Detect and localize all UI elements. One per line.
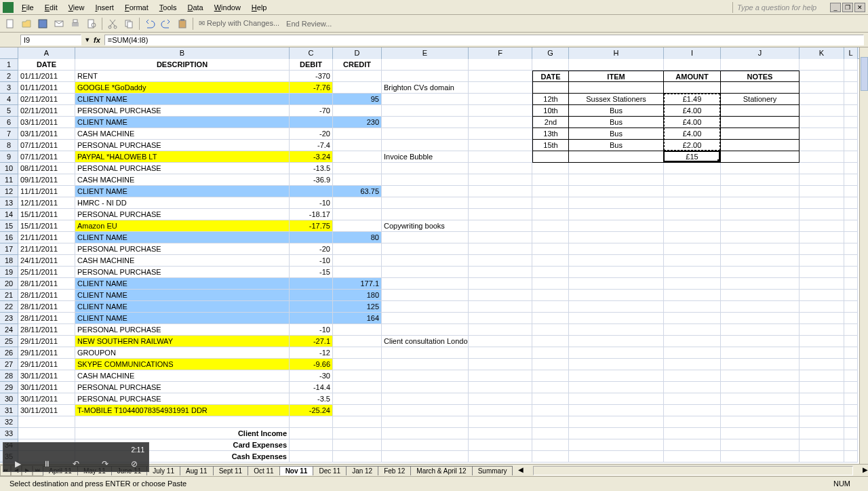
cell[interactable]: CLIENT NAME xyxy=(75,313,290,324)
cell[interactable]: 12th xyxy=(532,94,569,105)
cell[interactable] xyxy=(664,313,721,324)
cell[interactable] xyxy=(800,290,844,301)
cell[interactable] xyxy=(800,186,844,197)
cell[interactable] xyxy=(721,301,800,313)
cell[interactable] xyxy=(382,370,469,382)
cell[interactable]: -3.5 xyxy=(290,393,333,405)
cell[interactable]: NEW SOUTHERN RAILWAY xyxy=(75,336,290,347)
cell[interactable] xyxy=(18,416,75,428)
formula-input[interactable]: =SUM(I4:I8) xyxy=(104,35,864,45)
col-header-D[interactable]: D xyxy=(333,47,382,59)
cell[interactable] xyxy=(469,243,532,255)
cell[interactable] xyxy=(532,267,569,278)
cell[interactable]: 01/11/2011 xyxy=(18,82,75,94)
cell[interactable] xyxy=(721,290,800,301)
cell[interactable]: DATE xyxy=(532,71,569,82)
cell[interactable] xyxy=(469,209,532,220)
cell[interactable] xyxy=(800,174,844,186)
cell[interactable] xyxy=(721,278,800,290)
cell[interactable] xyxy=(469,324,532,336)
cell[interactable] xyxy=(844,151,858,163)
cell[interactable] xyxy=(532,301,569,313)
cell[interactable] xyxy=(532,82,569,94)
cell[interactable] xyxy=(469,393,532,405)
cell[interactable]: PERSONAL PURCHASE xyxy=(75,105,290,117)
cell[interactable] xyxy=(844,336,858,347)
cell[interactable] xyxy=(721,140,800,151)
cell[interactable] xyxy=(532,416,569,428)
cell[interactable]: 180 xyxy=(333,290,382,301)
cell[interactable] xyxy=(569,336,664,347)
cell[interactable] xyxy=(532,232,569,243)
cell[interactable]: -17.75 xyxy=(290,220,333,232)
cell[interactable]: Bus xyxy=(569,140,664,151)
cell[interactable]: £1.49 xyxy=(664,94,721,105)
cell[interactable] xyxy=(664,324,721,336)
cell[interactable] xyxy=(844,94,858,105)
cell[interactable] xyxy=(721,186,800,197)
cell[interactable] xyxy=(333,174,382,186)
cell[interactable] xyxy=(290,301,333,313)
cell[interactable]: -18.17 xyxy=(290,209,333,220)
cell[interactable] xyxy=(800,313,844,324)
fx-icon[interactable]: fx xyxy=(94,36,100,44)
cell[interactable] xyxy=(569,59,664,71)
cell[interactable] xyxy=(844,209,858,220)
cell[interactable] xyxy=(721,405,800,416)
cell[interactable] xyxy=(333,428,382,439)
col-header-I[interactable]: I xyxy=(664,47,721,59)
cell[interactable]: 07/11/2011 xyxy=(18,151,75,163)
menu-view[interactable]: View xyxy=(63,2,90,13)
cell[interactable]: 15th xyxy=(532,140,569,151)
cell[interactable]: SKYPE COMMUNICATIONS xyxy=(75,359,290,370)
cell[interactable]: 230 xyxy=(333,117,382,128)
cell[interactable] xyxy=(844,197,858,209)
sheet-tab[interactable]: Sept 11 xyxy=(213,466,248,475)
cell[interactable] xyxy=(569,359,664,370)
cell[interactable] xyxy=(469,94,532,105)
cell[interactable]: ITEM xyxy=(569,71,664,82)
cell[interactable] xyxy=(800,197,844,209)
cell[interactable]: -36.9 xyxy=(290,174,333,186)
cell[interactable]: 02/11/2011 xyxy=(18,105,75,117)
row-header[interactable]: 33 xyxy=(0,428,18,439)
cell[interactable] xyxy=(382,186,469,197)
cell[interactable] xyxy=(721,267,800,278)
sheet-tab[interactable]: Aug 11 xyxy=(180,466,214,475)
cell[interactable]: 24/11/2011 xyxy=(18,255,75,267)
cell[interactable] xyxy=(800,359,844,370)
cell[interactable] xyxy=(664,290,721,301)
row-header[interactable]: 13 xyxy=(0,197,18,209)
cell[interactable]: DEBIT xyxy=(290,59,333,71)
cell[interactable]: 29/11/2011 xyxy=(18,359,75,370)
cell[interactable] xyxy=(290,451,333,463)
cell[interactable]: 30/11/2011 xyxy=(18,405,75,416)
cell[interactable] xyxy=(664,416,721,428)
cell[interactable] xyxy=(382,71,469,82)
cell[interactable] xyxy=(469,105,532,117)
cell[interactable] xyxy=(721,220,800,232)
cell[interactable] xyxy=(569,209,664,220)
cell[interactable] xyxy=(382,416,469,428)
cell[interactable]: -12 xyxy=(290,347,333,359)
cell[interactable]: £4.00 xyxy=(664,105,721,117)
end-review-button[interactable]: End Review... xyxy=(283,18,334,29)
sheet-tab[interactable]: Nov 11 xyxy=(279,466,314,475)
cell[interactable] xyxy=(664,370,721,382)
cell[interactable] xyxy=(382,290,469,301)
cell[interactable] xyxy=(569,416,664,428)
cell[interactable] xyxy=(532,428,569,439)
media-stop-icon[interactable]: ⊘ xyxy=(119,456,149,471)
row-header[interactable]: 25 xyxy=(0,336,18,347)
cell[interactable]: CLIENT NAME xyxy=(75,290,290,301)
cell[interactable] xyxy=(333,382,382,393)
cell[interactable] xyxy=(382,393,469,405)
cell[interactable] xyxy=(800,94,844,105)
cell[interactable] xyxy=(290,117,333,128)
cell[interactable]: -30 xyxy=(290,370,333,382)
cell[interactable] xyxy=(800,71,844,82)
cell[interactable] xyxy=(664,347,721,359)
cell[interactable]: 03/11/2011 xyxy=(18,117,75,128)
cell[interactable] xyxy=(569,278,664,290)
cell[interactable]: CASH MACHINE xyxy=(75,174,290,186)
